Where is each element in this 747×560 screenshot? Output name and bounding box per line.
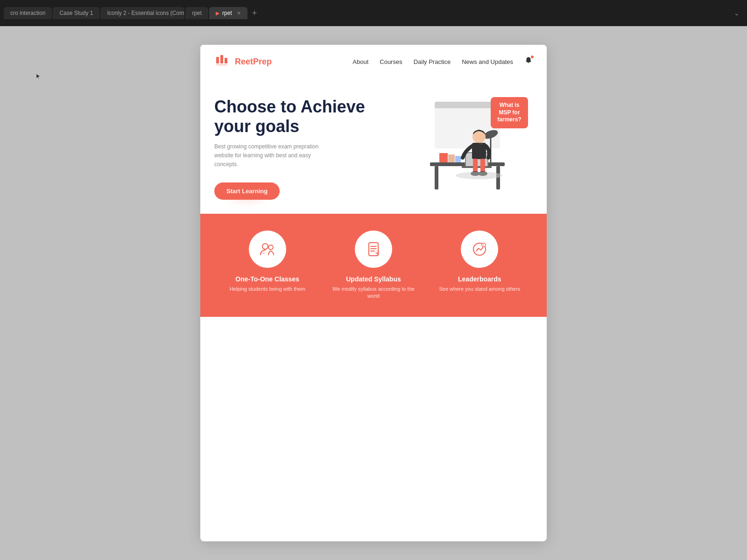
logo-area[interactable]: ReetPrep xyxy=(214,53,272,70)
people-icon xyxy=(258,240,277,259)
svg-rect-20 xyxy=(480,159,485,173)
nav-about[interactable]: About xyxy=(352,58,368,65)
msp-bubble: What is MSP for farmers? xyxy=(491,97,528,128)
new-tab-button[interactable]: + xyxy=(248,7,261,20)
main-card: ReetPrep About Courses Daily Practice Ne… xyxy=(200,45,547,541)
feature-icon-circle-3 xyxy=(461,231,498,268)
svg-rect-2 xyxy=(225,58,227,63)
svg-rect-1 xyxy=(220,55,223,63)
feature-icon-circle-1 xyxy=(249,231,286,268)
tab-close-icon[interactable]: ✕ xyxy=(237,10,241,16)
canvas-area: ReetPrep About Courses Daily Practice Ne… xyxy=(0,26,747,560)
logo-text: ReetPrep xyxy=(235,57,272,67)
svg-rect-18 xyxy=(472,143,486,159)
tabs-dropdown-button[interactable]: ⌄ xyxy=(730,7,743,19)
navbar: ReetPrep About Courses Daily Practice Ne… xyxy=(200,45,547,78)
feature-title-2: Updated Syllabus xyxy=(346,275,401,283)
nav-daily-practice[interactable]: Daily Practice xyxy=(414,58,451,65)
browser-bar: cro interaction Case Study 1 Iconly 2 - … xyxy=(0,0,747,26)
tab-label: rpet xyxy=(222,10,232,16)
tab-label: rpet xyxy=(192,10,202,16)
nav-courses[interactable]: Courses xyxy=(380,58,402,65)
hero-section: Choose to Achieve your goals Best growin… xyxy=(200,78,547,214)
svg-rect-19 xyxy=(473,159,478,173)
hero-subtitle: Best growing competitive exam prepration… xyxy=(214,142,326,169)
svg-rect-7 xyxy=(435,166,438,189)
feature-title-1: One-To-One Classes xyxy=(235,275,299,283)
play-icon: ▶ xyxy=(216,10,219,16)
nav-links: About Courses Daily Practice News and Up… xyxy=(352,56,533,67)
svg-rect-10 xyxy=(448,154,455,162)
tab-rpet-active[interactable]: ▶ rpet ✕ xyxy=(209,7,247,19)
feature-updated-syllabus: Updated Syllabus We modify syllabus acco… xyxy=(331,231,416,300)
feature-title-3: Leaderboards xyxy=(458,275,501,283)
svg-point-23 xyxy=(456,172,502,179)
feature-desc-3: See where you stand among others xyxy=(439,286,520,293)
hero-content: Choose to Achieve your goals Best growin… xyxy=(214,97,393,199)
svg-rect-5 xyxy=(435,102,500,108)
svg-rect-3 xyxy=(216,64,227,65)
logo-icon xyxy=(214,53,231,70)
feature-one-to-one: One-To-One Classes Helping students bein… xyxy=(226,231,310,293)
tab-iconly[interactable]: Iconly 2 - Essential icons (Communi... xyxy=(100,7,184,19)
tab-label: cro interaction xyxy=(10,10,45,16)
tab-case-study[interactable]: Case Study 1 xyxy=(53,7,99,19)
hero-image-area: What is MSP for farmers? xyxy=(393,92,533,204)
feature-desc-2: We modify syllabus according to the worl… xyxy=(331,286,416,300)
svg-point-25 xyxy=(268,245,273,250)
tab-label: Iconly 2 - Essential icons (Communi... xyxy=(107,10,184,16)
mouse-cursor xyxy=(35,73,42,79)
bottom-white-section xyxy=(200,317,547,354)
svg-point-30 xyxy=(375,251,380,255)
svg-rect-9 xyxy=(439,153,448,162)
tab-micro-interaction[interactable]: cro interaction xyxy=(4,7,52,19)
feature-leaderboards: Leaderboards See where you stand among o… xyxy=(437,231,521,293)
svg-point-24 xyxy=(262,244,268,249)
features-section: One-To-One Classes Helping students bein… xyxy=(200,214,547,317)
tab-label: Case Study 1 xyxy=(59,10,93,16)
start-learning-button[interactable]: Start Learning xyxy=(214,182,280,200)
nav-news-updates[interactable]: News and Updates xyxy=(462,58,513,65)
hero-title: Choose to Achieve your goals xyxy=(214,97,383,136)
notification-dot xyxy=(531,56,534,58)
feature-icon-circle-2 xyxy=(355,231,392,268)
chart-icon xyxy=(470,240,489,259)
document-icon xyxy=(364,240,383,259)
svg-rect-0 xyxy=(216,57,219,63)
svg-rect-11 xyxy=(455,156,461,162)
tab-rpet-1[interactable]: rpet xyxy=(185,7,208,19)
notification-bell-button[interactable] xyxy=(524,56,533,67)
feature-desc-1: Helping students being with them xyxy=(230,286,305,293)
